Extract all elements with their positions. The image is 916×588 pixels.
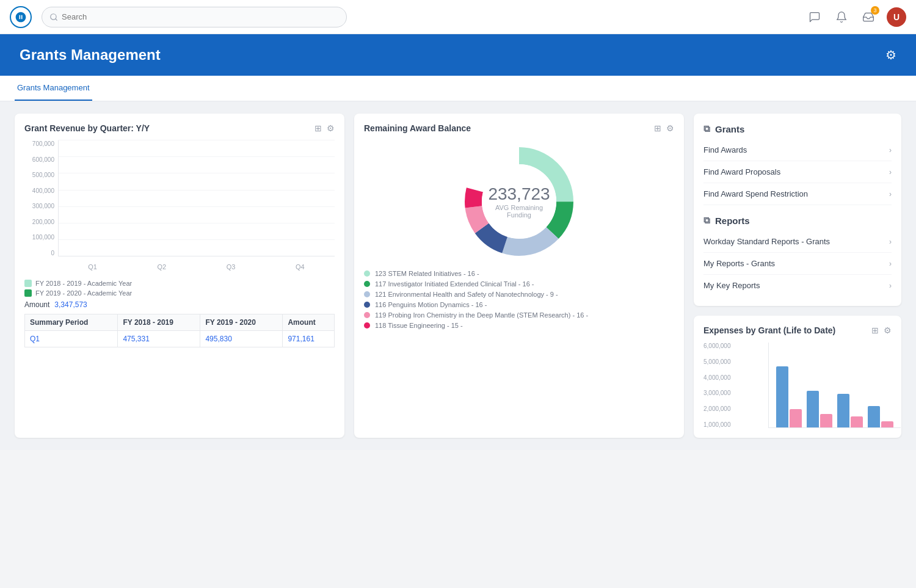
menu-item-my-key-reports[interactable]: My Key Reports › bbox=[703, 275, 892, 296]
donut-legend-label-0: 123 STEM Related Initiatives - 16 - bbox=[375, 270, 479, 277]
user-avatar[interactable]: U bbox=[887, 7, 906, 27]
legend-item-prev: FY 2018 - 2019 - Academic Year bbox=[24, 280, 335, 287]
cell-fy1819: 475,331 bbox=[118, 331, 200, 347]
menu-item-find-award-spend[interactable]: Find Award Spend Restriction › bbox=[703, 183, 892, 205]
reports-section-title: ⧉ Reports bbox=[703, 215, 892, 226]
inbox-badge: 3 bbox=[871, 6, 879, 15]
menu-item-my-reports[interactable]: My Reports - Grants › bbox=[703, 253, 892, 275]
donut-legend-item-3: 116 Penguins Motion Dynamics - 16 - bbox=[364, 301, 674, 308]
bell-icon[interactable] bbox=[833, 9, 850, 26]
expenses-header: Expenses by Grant (Life to Date) ⊞ ⚙ bbox=[703, 325, 892, 335]
donut-dot-0 bbox=[364, 270, 370, 277]
expenses-bars bbox=[768, 343, 901, 428]
top-nav: 3 U bbox=[0, 0, 916, 34]
grants-section-icon: ⧉ bbox=[703, 123, 710, 134]
donut-chart-title: Remaining Award Balance bbox=[364, 123, 471, 133]
menu-label-find-awards: Find Awards bbox=[703, 145, 747, 154]
donut-dot-2 bbox=[364, 291, 370, 297]
exp-bar-2-pink bbox=[820, 414, 832, 427]
bar-chart-card: Grant Revenue by Quarter: Y/Y ⊞ ⚙ 700,00… bbox=[15, 114, 344, 438]
x-label-q4: Q4 bbox=[266, 259, 335, 275]
grants-section-label: Grants bbox=[715, 124, 744, 134]
right-panel: ⧉ Grants Find Awards › Find Award Propos… bbox=[694, 114, 901, 438]
chat-icon[interactable] bbox=[806, 9, 823, 26]
donut-legend-item-0: 123 STEM Related Initiatives - 16 - bbox=[364, 270, 674, 277]
settings-icon-chart[interactable]: ⚙ bbox=[327, 123, 335, 133]
summary-table: Summary Period FY 2018 - 2019 FY 2019 - … bbox=[24, 314, 335, 347]
page-header: Grants Management ⚙ bbox=[0, 34, 916, 76]
amount-row: Amount 3,347,573 bbox=[24, 300, 335, 309]
y-axis: 700,000 600,000 500,000 400,000 300,000 … bbox=[24, 140, 58, 256]
amount-value: 3,347,573 bbox=[54, 300, 87, 309]
col-summary-period: Summary Period bbox=[25, 314, 118, 331]
donut-legend-label-3: 116 Penguins Motion Dynamics - 16 - bbox=[375, 301, 487, 308]
menu-item-workday-reports[interactable]: Workday Standard Reports - Grants › bbox=[703, 231, 892, 253]
exp-bar-4-pink bbox=[881, 421, 893, 427]
menu-label-workday-reports: Workday Standard Reports - Grants bbox=[703, 237, 830, 246]
bar-chart-area: 700,000 600,000 500,000 400,000 300,000 … bbox=[24, 140, 335, 275]
donut-wrap: 233,723 AVG Remaining Funding bbox=[458, 140, 580, 263]
donut-dot-3 bbox=[364, 302, 370, 308]
exp-y-4m: 4,000,000 bbox=[703, 374, 731, 381]
reports-section-icon: ⧉ bbox=[703, 215, 710, 226]
tab-grants-management[interactable]: Grants Management bbox=[15, 76, 92, 101]
donut-legend: 123 STEM Related Initiatives - 16 - 117 … bbox=[364, 270, 674, 329]
expenses-chart-inner: 6,000,000 5,000,000 4,000,000 3,000,000 … bbox=[703, 343, 892, 428]
page-title: Grants Management bbox=[20, 46, 161, 64]
donut-legend-label-1: 117 Investigator Initiated Extended Clin… bbox=[375, 280, 534, 288]
search-bar[interactable] bbox=[42, 7, 347, 27]
menu-label-my-reports: My Reports - Grants bbox=[703, 259, 775, 268]
reports-section-label: Reports bbox=[715, 216, 750, 226]
x-label-q1: Q1 bbox=[58, 259, 127, 275]
table-header-row: Summary Period FY 2018 - 2019 FY 2019 - … bbox=[25, 314, 335, 331]
legend-label-curr: FY 2019 - 2020 - Academic Year bbox=[35, 289, 132, 297]
settings-icon-expenses[interactable]: ⚙ bbox=[884, 325, 892, 335]
workday-logo bbox=[10, 6, 32, 28]
exp-y-2m: 2,000,000 bbox=[703, 405, 731, 412]
chevron-icon-1: › bbox=[889, 168, 892, 176]
bar-chart-header: Grant Revenue by Quarter: Y/Y ⊞ ⚙ bbox=[24, 123, 335, 133]
legend-label-prev: FY 2018 - 2019 - Academic Year bbox=[35, 280, 132, 287]
donut-label: AVG Remaining Funding bbox=[488, 204, 550, 219]
donut-legend-label-5: 118 Tissue Engineering - 15 - bbox=[375, 322, 463, 329]
filter-icon-expenses[interactable]: ⊞ bbox=[871, 325, 879, 335]
donut-chart-card: Remaining Award Balance ⊞ ⚙ bbox=[354, 114, 684, 438]
filter-icon[interactable]: ⊞ bbox=[314, 123, 322, 133]
expenses-card: Expenses by Grant (Life to Date) ⊞ ⚙ 6,0… bbox=[694, 316, 901, 438]
menu-item-find-awards[interactable]: Find Awards › bbox=[703, 139, 892, 161]
filter-icon-donut[interactable]: ⊞ bbox=[654, 123, 661, 133]
donut-legend-item-2: 121 Environmental Health and Safety of N… bbox=[364, 291, 674, 298]
x-labels: Q1 Q2 Q3 Q4 bbox=[58, 259, 335, 275]
exp-bar-group-2 bbox=[807, 391, 832, 427]
exp-y-5m: 5,000,000 bbox=[703, 358, 731, 365]
chevron-icon-3: › bbox=[889, 238, 892, 246]
exp-y-6m: 6,000,000 bbox=[703, 343, 731, 349]
donut-center: 233,723 AVG Remaining Funding bbox=[488, 184, 550, 219]
menu-item-find-award-proposals[interactable]: Find Award Proposals › bbox=[703, 161, 892, 183]
donut-chart-header: Remaining Award Balance ⊞ ⚙ bbox=[364, 123, 674, 133]
exp-bar-3-pink bbox=[851, 416, 863, 427]
menu-label-my-key-reports: My Key Reports bbox=[703, 281, 760, 290]
x-label-q2: Q2 bbox=[127, 259, 196, 275]
col-fy1920: FY 2019 - 2020 bbox=[200, 314, 283, 331]
x-label-q3: Q3 bbox=[197, 259, 266, 275]
donut-dot-1 bbox=[364, 281, 370, 287]
chevron-icon-0: › bbox=[889, 146, 892, 154]
grants-menu-card: ⧉ Grants Find Awards › Find Award Propos… bbox=[694, 114, 901, 306]
main-content: Grant Revenue by Quarter: Y/Y ⊞ ⚙ 700,00… bbox=[0, 101, 916, 450]
expenses-icons: ⊞ ⚙ bbox=[871, 325, 892, 335]
donut-legend-label-4: 119 Probing Iron Chemistry in the Deep M… bbox=[375, 311, 588, 319]
inbox-icon[interactable]: 3 bbox=[860, 9, 877, 26]
legend-dot-curr bbox=[24, 289, 32, 297]
chart-legend: FY 2018 - 2019 - Academic Year FY 2019 -… bbox=[24, 280, 335, 297]
search-input[interactable] bbox=[62, 12, 339, 21]
settings-icon[interactable]: ⚙ bbox=[885, 48, 896, 62]
chevron-icon-4: › bbox=[889, 260, 892, 268]
donut-legend-item-5: 118 Tissue Engineering - 15 - bbox=[364, 322, 674, 329]
col-amount: Amount bbox=[283, 314, 335, 331]
settings-icon-donut[interactable]: ⚙ bbox=[666, 123, 674, 133]
chevron-icon-2: › bbox=[889, 190, 892, 198]
cell-period[interactable]: Q1 bbox=[25, 331, 118, 347]
col-fy1819: FY 2018 - 2019 bbox=[118, 314, 200, 331]
nav-icons: 3 U bbox=[806, 7, 906, 27]
